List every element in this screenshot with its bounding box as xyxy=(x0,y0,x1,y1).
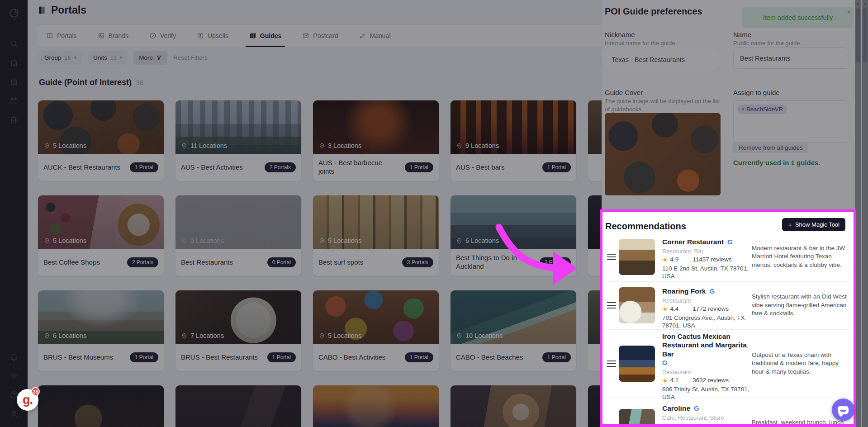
star-icon xyxy=(662,305,668,313)
plus-icon: + xyxy=(788,221,792,228)
star-icon xyxy=(662,256,668,263)
recommendation-item[interactable]: Iron Cactus Mexican Restaurant and Marga… xyxy=(602,329,854,398)
google-icon: G xyxy=(662,359,668,367)
chat-bubble-icon xyxy=(838,406,849,414)
drag-handle-icon[interactable] xyxy=(607,254,616,262)
google-icon: G xyxy=(694,404,699,413)
star-icon xyxy=(662,422,668,427)
google-icon: G xyxy=(727,238,733,247)
recommendation-item[interactable]: Corner RestaurantG Restaurant, Bar 4.911… xyxy=(602,232,854,281)
drag-handle-icon[interactable] xyxy=(607,361,616,369)
recommendations-panel: Recommendations + Show Magic Tool Corner… xyxy=(600,209,856,427)
notification-count-badge: 38 xyxy=(31,387,40,396)
recommendations-title: Recommendations xyxy=(605,221,686,232)
star-icon xyxy=(662,377,668,384)
restaurant-thumbnail xyxy=(619,239,655,275)
chat-launcher-button[interactable] xyxy=(832,399,854,421)
restaurant-thumbnail xyxy=(619,287,655,323)
show-magic-tool-button[interactable]: + Show Magic Tool xyxy=(782,218,845,231)
recommendation-item[interactable]: CarolineG Cafe, Restaurant, Store 4.8106… xyxy=(602,398,854,427)
restaurant-thumbnail xyxy=(619,409,655,427)
drag-handle-icon[interactable] xyxy=(607,424,616,427)
drag-handle-icon[interactable] xyxy=(607,302,616,310)
recommendation-item[interactable]: Roaring ForkG Restaurant 4.41772 reviews… xyxy=(602,281,854,329)
help-launcher-button[interactable]: g. 38 xyxy=(17,389,38,411)
google-icon: G xyxy=(709,287,715,296)
brand-g-logo: g. xyxy=(23,393,33,407)
restaurant-thumbnail xyxy=(619,346,655,382)
